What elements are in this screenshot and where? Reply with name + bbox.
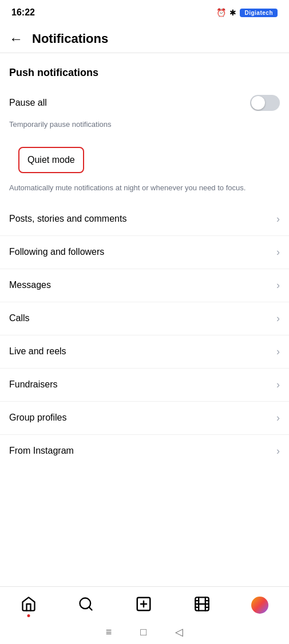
menu-item-calls[interactable]: Calls › bbox=[0, 302, 289, 335]
pause-all-helper: Temporarily pause notifications bbox=[0, 120, 289, 138]
profile-avatar bbox=[251, 597, 268, 614]
quiet-mode-description: Automatically mute notifications at nigh… bbox=[0, 178, 289, 203]
chevron-icon-live: › bbox=[276, 346, 280, 358]
reels-icon bbox=[194, 596, 210, 614]
menu-item-live[interactable]: Live and reels › bbox=[0, 335, 289, 369]
pause-all-row: Pause all bbox=[0, 86, 289, 120]
content: Push notifications Pause all Temporarily… bbox=[0, 53, 289, 536]
nav-home[interactable] bbox=[21, 596, 37, 615]
menu-item-instagram-label: From Instagram bbox=[9, 446, 74, 456]
menu-item-fundraisers[interactable]: Fundraisers › bbox=[0, 369, 289, 402]
chevron-icon-instagram: › bbox=[276, 445, 280, 457]
quiet-mode-button[interactable]: Quiet mode bbox=[18, 147, 84, 173]
android-nav-bar: ≡ □ ◁ bbox=[0, 621, 289, 644]
menu-item-posts[interactable]: Posts, stories and comments › bbox=[0, 203, 289, 236]
nav-create[interactable] bbox=[135, 595, 152, 615]
status-bar: 16:22 ⏰ ✱ Digiatech bbox=[0, 0, 289, 25]
chevron-icon-calls: › bbox=[276, 313, 280, 325]
bluetooth-icon: ✱ bbox=[229, 8, 236, 17]
menu-item-fundraisers-label: Fundraisers bbox=[9, 379, 57, 390]
chevron-icon-group: › bbox=[276, 412, 280, 424]
alarm-icon: ⏰ bbox=[216, 8, 226, 17]
page-title: Notifications bbox=[32, 31, 108, 46]
svg-line-1 bbox=[89, 607, 92, 610]
menu-item-messages-label: Messages bbox=[9, 280, 51, 290]
status-icons: ⏰ ✱ Digiatech bbox=[216, 8, 278, 17]
quiet-mode-container: Quiet mode bbox=[0, 138, 289, 178]
status-time: 16:22 bbox=[11, 7, 35, 18]
home-dot bbox=[27, 614, 30, 617]
chevron-icon-fundraisers: › bbox=[276, 379, 280, 391]
menu-item-live-label: Live and reels bbox=[9, 346, 66, 357]
menu-list: Posts, stories and comments › Following … bbox=[0, 203, 289, 467]
android-back-button[interactable]: ◁ bbox=[175, 626, 183, 638]
avatar-image bbox=[251, 597, 268, 614]
menu-item-posts-label: Posts, stories and comments bbox=[9, 214, 126, 224]
android-menu-button[interactable]: ≡ bbox=[106, 626, 112, 638]
nav-bar bbox=[0, 587, 289, 621]
header: ← Notifications bbox=[0, 25, 289, 53]
menu-item-messages[interactable]: Messages › bbox=[0, 269, 289, 302]
nav-search[interactable] bbox=[78, 596, 94, 614]
nav-reels[interactable] bbox=[194, 596, 210, 614]
create-icon bbox=[135, 595, 152, 615]
menu-item-calls-label: Calls bbox=[9, 313, 30, 323]
pause-all-toggle[interactable] bbox=[250, 95, 280, 111]
menu-item-group-label: Group profiles bbox=[9, 413, 67, 423]
quiet-mode-label: Quiet mode bbox=[27, 155, 75, 165]
toggle-thumb bbox=[251, 96, 265, 110]
chevron-icon-posts: › bbox=[276, 213, 280, 225]
back-button[interactable]: ← bbox=[9, 31, 23, 47]
menu-item-instagram[interactable]: From Instagram › bbox=[0, 435, 289, 467]
home-icon bbox=[21, 596, 37, 615]
brand-badge: Digiatech bbox=[240, 9, 278, 17]
chevron-icon-messages: › bbox=[276, 279, 280, 291]
menu-item-following-label: Following and followers bbox=[9, 247, 104, 257]
pause-all-label: Pause all bbox=[9, 98, 47, 108]
android-home-button[interactable]: □ bbox=[140, 626, 147, 638]
menu-item-group[interactable]: Group profiles › bbox=[0, 402, 289, 435]
push-notifications-section-header: Push notifications bbox=[0, 53, 289, 86]
search-icon bbox=[78, 596, 94, 614]
menu-item-following[interactable]: Following and followers › bbox=[0, 236, 289, 269]
chevron-icon-following: › bbox=[276, 246, 280, 258]
bottom-navigation: ≡ □ ◁ bbox=[0, 586, 289, 644]
nav-profile[interactable] bbox=[251, 597, 268, 614]
